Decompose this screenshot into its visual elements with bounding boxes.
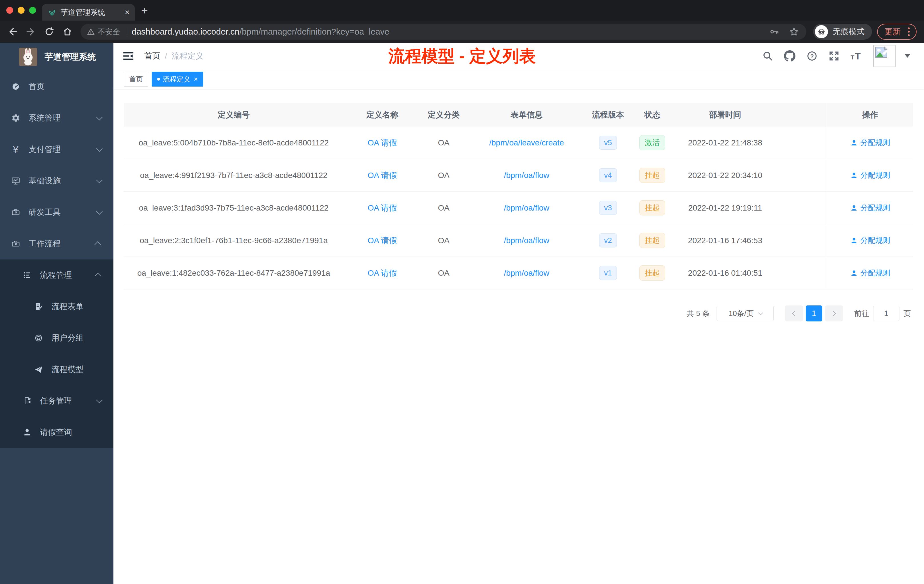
assign-rule-link[interactable]: 分配规则 — [850, 203, 890, 213]
user-avatar[interactable] — [873, 45, 896, 67]
column-header: 定义编号 — [124, 109, 344, 120]
breadcrumb-home[interactable]: 首页 — [144, 51, 160, 61]
table-row: oa_leave:5:004b710b-7b8a-11ec-8ef0-acde4… — [124, 127, 913, 159]
tag-process-definition[interactable]: 流程定义 × — [152, 72, 203, 87]
deploy-time: 2022-01-16 17:46:53 — [675, 236, 775, 245]
maximize-window-button[interactable] — [29, 7, 36, 14]
next-page-button[interactable] — [825, 305, 843, 322]
definition-name-link[interactable]: OA 请假 — [368, 203, 397, 213]
yen-icon: ¥ — [11, 144, 21, 155]
current-page-button[interactable]: 1 — [806, 305, 822, 322]
sidebar-item-infrastructure[interactable]: 基础设施 — [0, 165, 114, 196]
tag-close-icon[interactable]: × — [194, 76, 198, 82]
chevron-down-icon — [96, 397, 103, 403]
forward-icon[interactable] — [26, 26, 36, 37]
assign-rule-link[interactable]: 分配规则 — [850, 138, 890, 148]
new-tab-button[interactable]: + — [141, 4, 148, 17]
sidebar-item-process-management[interactable]: 流程管理 — [0, 259, 114, 291]
version-badge: v3 — [599, 201, 617, 215]
help-icon[interactable]: ? — [806, 50, 818, 62]
incognito-label: 无痕模式 — [833, 26, 865, 37]
column-header: 定义分类 — [421, 109, 467, 120]
logo: 芋道管理系统 — [0, 43, 114, 71]
column-header: 流程版本 — [587, 109, 629, 120]
address-bar[interactable]: 不安全 dashboard.yudao.iocoder.cn/bpm/manag… — [81, 24, 806, 40]
sidebar-item-task-management[interactable]: 任务管理 — [0, 385, 114, 417]
password-key-icon[interactable] — [770, 27, 779, 36]
svg-text:T: T — [855, 51, 861, 61]
user-icon — [850, 204, 858, 212]
dashboard-icon — [11, 82, 21, 91]
not-secure-label: 不安全 — [98, 27, 120, 37]
sidebar-item-payment[interactable]: ¥ 支付管理 — [0, 134, 114, 165]
close-window-button[interactable] — [6, 7, 13, 14]
sidebar-item-workflow[interactable]: 工作流程 — [0, 228, 114, 259]
tab-close-icon[interactable]: × — [125, 8, 130, 16]
form-link[interactable]: /bpm/oa/flow — [504, 203, 549, 213]
bookmark-star-icon[interactable] — [789, 27, 799, 36]
caret-down-icon[interactable] — [904, 54, 910, 58]
briefcase-icon — [11, 239, 21, 248]
definition-name-link[interactable]: OA 请假 — [368, 137, 397, 148]
form-link[interactable]: /bpm/oa/flow — [504, 236, 549, 245]
sidebar-item-home[interactable]: 首页 — [0, 71, 114, 102]
sidebar-item-system[interactable]: 系统管理 — [0, 102, 114, 134]
list-icon — [22, 271, 32, 280]
tag-home[interactable]: 首页 — [124, 72, 148, 87]
main-area: 首页 / 流程定义 流程模型 - 定义列表 ? — [114, 43, 924, 584]
form-link[interactable]: /bpm/oa/flow — [504, 269, 549, 278]
column-header: 部署时间 — [675, 109, 775, 120]
sidebar-item-process-model[interactable]: 流程模型 — [0, 354, 114, 385]
browser-menu-icon[interactable] — [907, 26, 911, 37]
definition-name-link[interactable]: OA 请假 — [368, 268, 397, 279]
url-path: /bpm/manager/definition?key=oa_leave — [239, 27, 389, 36]
gear-icon — [11, 114, 21, 122]
user-icon — [850, 237, 858, 244]
status-badge: 挂起 — [639, 200, 665, 215]
assign-rule-link[interactable]: 分配规则 — [850, 268, 890, 278]
prev-page-button[interactable] — [785, 305, 803, 322]
goto-page-input[interactable] — [873, 306, 899, 321]
form-link[interactable]: /bpm/oa/flow — [504, 171, 549, 180]
sidebar-item-devtools[interactable]: 研发工具 — [0, 196, 114, 228]
reload-icon[interactable] — [44, 26, 54, 37]
definition-name-link[interactable]: OA 请假 — [368, 170, 397, 181]
sidebar-item-leave-query[interactable]: 请假查询 — [0, 417, 114, 448]
sidebar-item-process-form[interactable]: 流程表单 — [0, 291, 114, 322]
definition-table: 定义编号 定义名称 定义分类 表单信息 流程版本 状态 部署时间 操作 oa_l… — [124, 103, 913, 289]
back-icon[interactable] — [7, 26, 18, 37]
browser-tab[interactable]: 芋道管理系统 × — [42, 4, 135, 21]
page-unit-label: 页 — [903, 308, 911, 318]
assign-rule-link[interactable]: 分配规则 — [850, 236, 890, 246]
sidebar-item-user-group[interactable]: 用户分组 — [0, 322, 114, 354]
page-size-select[interactable]: 10条/页 — [716, 306, 774, 321]
briefcase-icon — [11, 208, 21, 217]
github-icon[interactable] — [784, 50, 795, 62]
chevron-down-icon — [96, 114, 103, 120]
favicon-sprout-icon — [48, 8, 56, 16]
browser-update-button[interactable]: 更新 — [877, 24, 917, 40]
tasks-icon — [22, 396, 32, 406]
definition-id: oa_leave:1:482ec033-762a-11ec-8477-a2380… — [124, 269, 344, 278]
definition-category: OA — [421, 236, 467, 245]
fullscreen-icon[interactable] — [828, 51, 840, 61]
minimize-window-button[interactable] — [18, 7, 25, 14]
svg-text:?: ? — [810, 53, 814, 59]
search-icon[interactable] — [762, 51, 773, 61]
home-icon[interactable] — [62, 26, 73, 37]
not-secure-indicator[interactable]: 不安全 — [87, 27, 120, 37]
update-label: 更新 — [884, 26, 901, 37]
status-badge: 挂起 — [639, 266, 665, 280]
sidebar-collapse-icon[interactable] — [122, 50, 134, 62]
paper-plane-icon — [34, 365, 43, 374]
font-size-icon[interactable]: T T — [850, 50, 862, 62]
window-controls[interactable] — [0, 7, 42, 21]
form-edit-icon — [34, 302, 43, 311]
chevron-down-icon — [96, 177, 103, 183]
definition-id: oa_leave:3:1fad3d93-7b75-11ec-a3c8-acde4… — [124, 203, 344, 213]
form-link[interactable]: /bpm/oa/leave/create — [489, 138, 564, 147]
assign-rule-link[interactable]: 分配规则 — [850, 170, 890, 180]
page-content: 定义编号 定义名称 定义分类 表单信息 流程版本 状态 部署时间 操作 oa_l… — [114, 89, 924, 322]
version-badge: v4 — [599, 168, 617, 182]
definition-name-link[interactable]: OA 请假 — [368, 235, 397, 246]
